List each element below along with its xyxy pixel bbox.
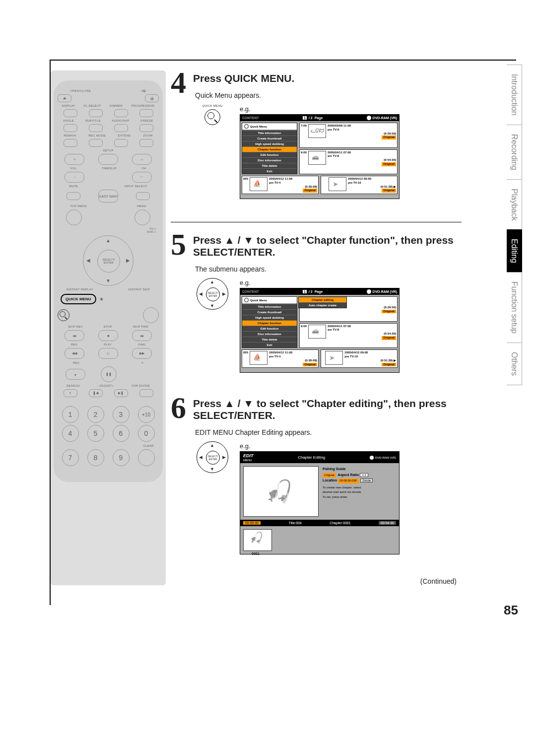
quick-menu-label: QUICK MENU <box>61 294 96 304</box>
tab-others: Others <box>507 343 522 385</box>
power-icon: ⏻ <box>145 94 159 102</box>
dpad-icon: ▲▼ ◀▶ SELECT/ ENTER <box>197 441 228 473</box>
quick-menu-list: Quick Menu Title information Create thum… <box>242 296 297 348</box>
step-6: 6 Press ▲ / ▼ to select "Chapter editing… <box>171 396 462 554</box>
tab-editing: Editing <box>507 229 522 273</box>
step-number: 4 <box>171 70 186 199</box>
step-title: Press ▲ / ▼ to select "Chapter function"… <box>193 234 462 258</box>
dpad: ▲ ▼ ◀ ▶ SELECT/ ENTER <box>83 235 134 286</box>
vol-up: ＋ <box>65 154 84 165</box>
ch-up: ︿ <box>132 154 152 165</box>
instructions: 4 Press QUICK MENU. Quick Menu appears. … <box>171 70 496 585</box>
content-frame: OPEN/CLOSEI/⏻ ⏏⏻ DISPLAYFL SELECTDIMMERP… <box>50 60 516 605</box>
timeslip-button <box>98 154 118 165</box>
osd-quick-menu-submenu: CONTENT 1 / 2 Page DVD-RAM (VR) Quick Me… <box>240 288 400 373</box>
rev-icon: ◀◀ <box>65 348 84 359</box>
example-label: e.g. <box>240 442 251 450</box>
quick-menu-icon <box>58 309 69 321</box>
step-4: 4 Press QUICK MENU. Quick Menu appears. … <box>171 70 462 199</box>
preview-frame <box>243 466 319 517</box>
pause-icon: ❚❚ <box>101 366 117 382</box>
dpad-icon: ▲▼ ◀▶ SELECT/ ENTER <box>197 278 228 310</box>
skip-fwd-icon: ⏭ <box>132 330 152 341</box>
osd-quick-menu: CONTENT 1 / 2 Page DVD-RAM (VR) Quick Me… <box>240 114 400 199</box>
step-body: EDIT MENU Chapter Editing appears. <box>195 428 462 436</box>
tab-playback: Playback <box>507 179 522 230</box>
step-body: The submenu appears. <box>195 265 462 273</box>
skip-rev-icon: ⏮ <box>65 330 84 341</box>
remote-illustration: OPEN/CLOSEI/⏻ ⏏⏻ DISPLAYFL SELECTDIMMERP… <box>51 70 166 585</box>
step-body: Quick Menu appears. <box>195 91 462 99</box>
step-5: 5 Press ▲ / ▼ to select "Chapter functio… <box>171 232 462 373</box>
eject-icon: ⏏ <box>58 94 71 102</box>
tab-function-setup: Function setup <box>507 272 522 343</box>
tab-introduction: Introduction <box>507 65 522 125</box>
play-icon: ▷ <box>98 348 118 359</box>
step-title: Press ▲ / ▼ to select "Chapter editing",… <box>193 398 462 421</box>
quick-menu-list: Quick Menu Title information Create thum… <box>242 123 297 174</box>
fwd-icon: ▶▶ <box>132 348 152 359</box>
continued-label: (Continued) <box>171 577 462 585</box>
step-title: Press QUICK MENU. <box>193 72 462 84</box>
example-label: e.g. <box>240 279 251 286</box>
section-tabs: Introduction Recording Playback Editing … <box>507 65 522 385</box>
step-number: 5 <box>171 232 186 373</box>
chapter-strip: 0001 <box>243 529 272 551</box>
tab-recording: Recording <box>507 125 522 180</box>
stop-icon: ■ <box>98 330 118 341</box>
osd-edit-menu: EDITMENU Chapter Editing DVD-RAM (VR) Fi… <box>240 451 400 554</box>
quick-menu-icon <box>204 109 220 125</box>
chapter-submenu: Chapter editing Auto chapter create <box>298 296 347 308</box>
step-number: 6 <box>171 396 186 554</box>
example-label: e.g. <box>240 105 251 113</box>
page-number: 85 <box>504 603 518 618</box>
